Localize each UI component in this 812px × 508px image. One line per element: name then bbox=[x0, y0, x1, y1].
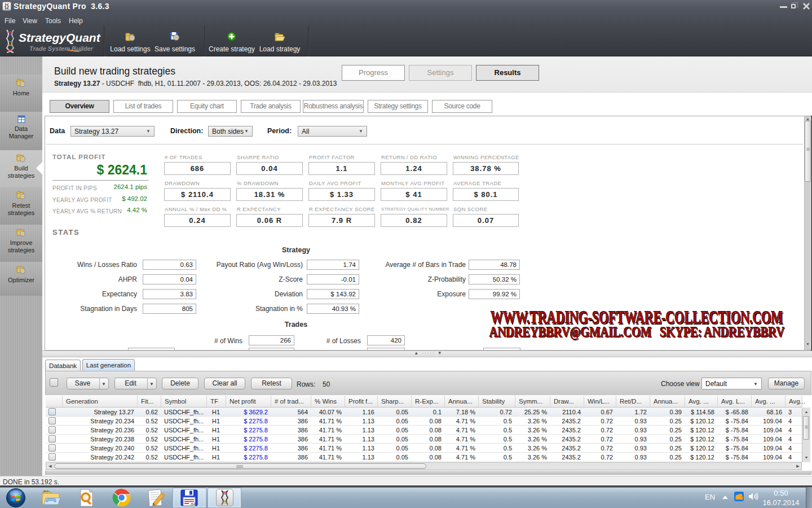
svg-text:-Б4·: -Б4· bbox=[190, 502, 196, 506]
